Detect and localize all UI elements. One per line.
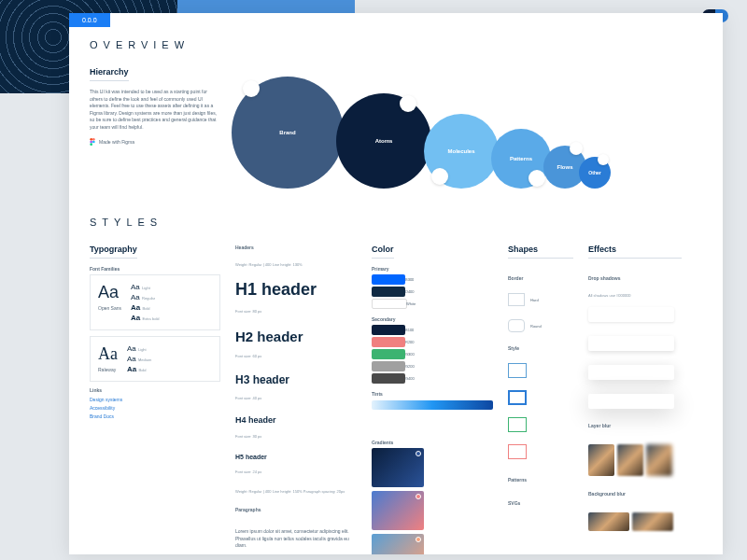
style-default — [508, 363, 527, 378]
circle-patterns: Patterns — [491, 129, 551, 189]
h4-sample: H4 header — [235, 415, 357, 425]
headers-label: Headers — [235, 245, 357, 250]
swatch-primary: White — [372, 299, 407, 309]
tints-gradient — [372, 400, 493, 410]
paragraph-sample: Lorem ipsum dolor sit amet, consectetur … — [235, 528, 357, 550]
shadow-200 — [588, 336, 674, 351]
typography-heading: Typography — [90, 245, 137, 259]
swatch-secondary: G300 — [372, 349, 405, 359]
overview-heading: OVERVIEW — [90, 39, 702, 50]
shapes-heading: Shapes — [508, 245, 573, 259]
style-active — [508, 390, 527, 405]
color-heading: Color — [372, 245, 394, 259]
h5-sample: H5 header — [235, 454, 357, 460]
swatch-secondary: G400 — [372, 373, 405, 384]
swatch-secondary: B100 — [372, 325, 405, 335]
document-page: 0.0.0 OVERVIEW Hierarchy This UI kit was… — [69, 13, 723, 554]
font-card-raleway: AaRaleway Aa Light Aa Medium Aa Bold — [90, 336, 220, 382]
h3-sample: H3 header — [235, 373, 357, 386]
figma-icon — [90, 138, 95, 146]
link-item[interactable]: Design systems — [90, 397, 220, 402]
h1-sample: H1 header — [235, 280, 357, 300]
blue-accent-bar — [177, 0, 355, 13]
swatch-primary: B300 — [372, 274, 405, 285]
styles-heading: STYLES — [90, 217, 702, 228]
layer-blur-samples — [588, 444, 682, 476]
svg-point-1 — [92, 138, 95, 141]
shadow-100 — [588, 307, 674, 322]
hierarchy-heading: Hierarchy — [90, 67, 129, 81]
made-with-figma: Made with Figma — [90, 138, 220, 146]
circle-brand: Brand — [232, 77, 344, 189]
gradient-swatch — [372, 534, 424, 554]
hierarchy-circles: Brand Atoms Molecules Patterns Flows Oth… — [239, 67, 702, 189]
h2-sample: H2 header — [235, 329, 357, 344]
font-card-opensans: AaOpen Sans Aa Light Aa Regular Aa Bold … — [90, 274, 220, 330]
border-hard: Hard — [508, 293, 573, 306]
bg-blur-samples — [588, 512, 682, 531]
svg-point-3 — [92, 141, 95, 144]
swatch-primary: D400 — [372, 287, 405, 297]
effects-heading: Effects — [588, 245, 682, 259]
link-item[interactable]: Accessibility — [90, 405, 220, 411]
version-badge: 0.0.0 — [69, 13, 110, 27]
shadow-400 — [588, 394, 674, 409]
svg-point-4 — [90, 143, 92, 146]
swatch-secondary: R200 — [372, 337, 405, 347]
svg-point-0 — [90, 138, 92, 141]
circle-molecules: Molecules — [424, 114, 499, 189]
border-round: Round — [508, 319, 573, 332]
header-meta: Weight: Regular | 400 Line height: 130% — [235, 262, 357, 267]
link-item[interactable]: Brand Docs — [90, 413, 220, 419]
font-families-label: Font Families — [90, 266, 220, 272]
circle-other: Other — [579, 157, 611, 189]
svg-point-2 — [90, 141, 92, 144]
gradient-swatch — [372, 448, 424, 487]
style-success — [508, 417, 527, 432]
shadow-300 — [588, 365, 674, 380]
swatch-secondary: G200 — [372, 361, 405, 371]
style-error — [508, 444, 527, 459]
circle-atoms: Atoms — [336, 93, 431, 189]
gradient-swatch — [372, 491, 424, 530]
links-label: Links — [90, 387, 220, 393]
intro-paragraph: This UI kit was intended to be used as a… — [90, 89, 220, 131]
